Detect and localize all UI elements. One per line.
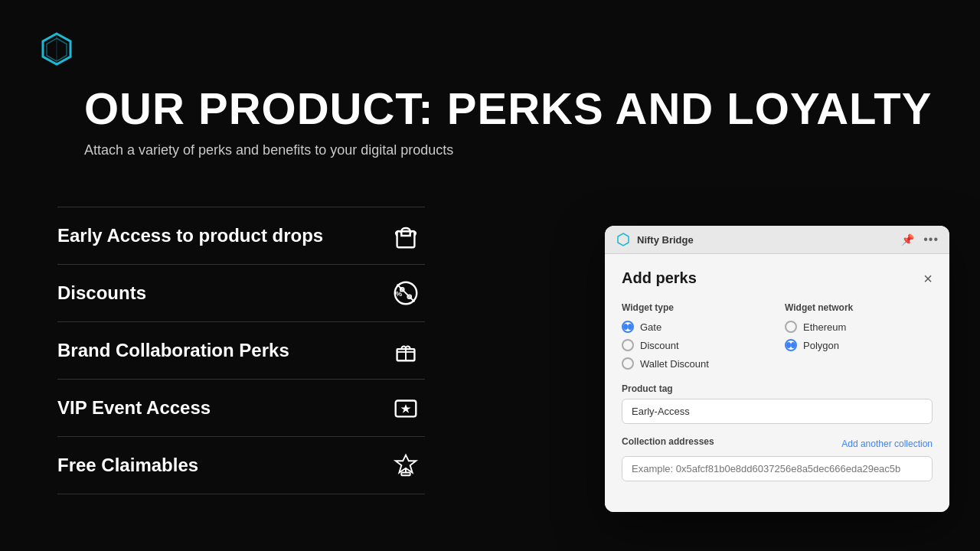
titlebar-left: Nifty Bridge xyxy=(616,232,694,247)
logo xyxy=(38,31,75,70)
pin-icon[interactable]: 📌 xyxy=(901,233,914,246)
perk-brand-collab-label: Brand Collaboration Perks xyxy=(57,340,289,361)
product-tag-input[interactable] xyxy=(622,399,933,424)
perks-list: Early Access to product drops Discounts … xyxy=(57,207,425,494)
svg-marker-13 xyxy=(618,233,629,246)
add-collection-link[interactable]: Add another collection xyxy=(841,439,933,449)
page-title: OUR PRODUCT: PERKS AND LOYALTY xyxy=(84,84,932,133)
radio-discount[interactable]: Discount xyxy=(622,339,769,351)
widget-header-row: Add perks × xyxy=(622,269,933,287)
page-subtitle: Attach a variety of perks and benefits t… xyxy=(84,142,932,158)
perk-early-access-icon xyxy=(387,221,425,250)
perk-brand-collab[interactable]: Brand Collaboration Perks xyxy=(57,322,425,380)
widget-network-label: Widget network xyxy=(785,302,933,313)
perk-vip-event[interactable]: VIP Event Access xyxy=(57,380,425,437)
radio-discount-circle xyxy=(622,339,634,351)
svg-rect-11 xyxy=(401,473,410,476)
perk-vip-event-icon xyxy=(387,393,425,422)
titlebar-controls: 📌 ••• xyxy=(901,233,939,246)
widget-type-col: Widget type Gate Discount Wallet xyxy=(622,302,769,370)
close-button[interactable]: × xyxy=(923,271,933,286)
perk-discounts-icon: % xyxy=(387,279,425,308)
product-tag-section: Product tag xyxy=(622,383,933,424)
radio-polygon-circle xyxy=(785,339,797,351)
radio-wallet-discount[interactable]: Wallet Discount xyxy=(622,357,769,370)
more-options-icon[interactable]: ••• xyxy=(923,233,939,246)
perk-vip-event-label: VIP Event Access xyxy=(57,397,211,419)
radio-polygon-label: Polygon xyxy=(803,340,839,351)
add-perks-title: Add perks xyxy=(622,269,697,287)
collection-label: Collection addresses xyxy=(622,436,714,447)
radio-wallet-discount-circle xyxy=(622,357,634,370)
perk-early-access[interactable]: Early Access to product drops xyxy=(57,207,425,265)
product-tag-label: Product tag xyxy=(622,383,933,394)
perk-free-claimables[interactable]: Free Claimables xyxy=(57,437,425,494)
radio-ethereum-label: Ethereum xyxy=(803,321,846,333)
collection-address-input[interactable] xyxy=(622,456,933,481)
svg-marker-10 xyxy=(400,404,410,412)
widget-network-col: Widget network Ethereum Polygon xyxy=(785,302,933,370)
radio-discount-label: Discount xyxy=(640,340,679,351)
widget-titlebar: Nifty Bridge 📌 ••• xyxy=(605,226,949,254)
widget-type-network-row: Widget type Gate Discount Wallet xyxy=(622,302,933,370)
perk-free-claimables-label: Free Claimables xyxy=(57,455,198,476)
widget-type-label: Widget type xyxy=(622,302,769,313)
radio-polygon[interactable]: Polygon xyxy=(785,339,933,351)
widget-network-radio-group: Ethereum Polygon xyxy=(785,321,933,351)
svg-text:%: % xyxy=(396,289,403,298)
perk-discounts-label: Discounts xyxy=(57,282,146,304)
svg-rect-3 xyxy=(397,231,415,247)
collection-section: Collection addresses Add another collect… xyxy=(622,436,933,481)
radio-gate-circle xyxy=(622,321,634,333)
widget-body: Add perks × Widget type Gate Discoun xyxy=(605,254,949,512)
perk-discounts[interactable]: Discounts % xyxy=(57,265,425,322)
radio-gate[interactable]: Gate xyxy=(622,321,769,333)
page-header: OUR PRODUCT: PERKS AND LOYALTY Attach a … xyxy=(84,84,932,158)
radio-ethereum-circle xyxy=(785,321,797,333)
radio-wallet-discount-label: Wallet Discount xyxy=(640,358,709,370)
titlebar-logo-icon xyxy=(616,232,631,247)
radio-gate-label: Gate xyxy=(640,321,662,333)
radio-ethereum[interactable]: Ethereum xyxy=(785,321,933,333)
widget-panel: Nifty Bridge 📌 ••• Add perks × Widget ty… xyxy=(605,226,949,512)
perk-free-claimables-icon xyxy=(387,451,425,480)
collection-label-row: Collection addresses Add another collect… xyxy=(622,436,933,452)
titlebar-app-name: Nifty Bridge xyxy=(637,234,694,246)
perk-brand-collab-icon xyxy=(387,336,425,365)
perk-early-access-label: Early Access to product drops xyxy=(57,225,323,246)
widget-type-radio-group: Gate Discount Wallet Discount xyxy=(622,321,769,370)
